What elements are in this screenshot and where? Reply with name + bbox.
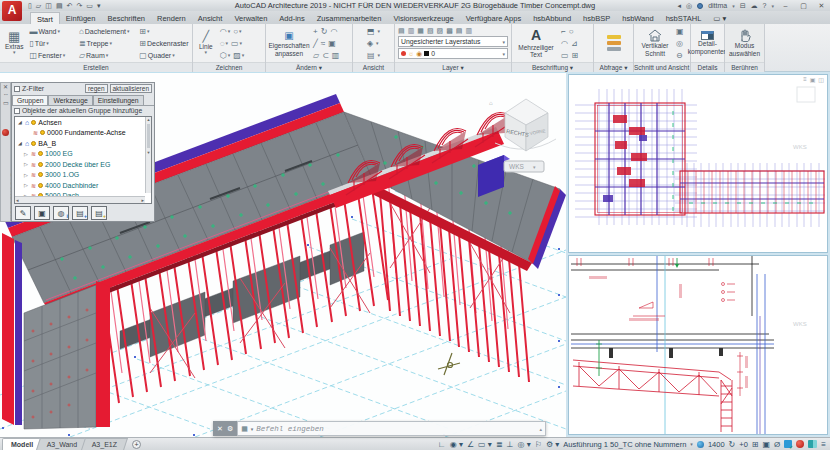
collapse-icon[interactable]: ◢: [17, 140, 23, 146]
snap-settings-icon[interactable]: ◉ ▾: [450, 440, 463, 449]
panel-label-abfrage[interactable]: Abfrage ▾: [594, 62, 633, 72]
autoscale-icon[interactable]: ↻: [729, 440, 736, 449]
tab-ansicht[interactable]: Ansicht: [192, 12, 229, 24]
signed-in-user[interactable]: dittma: [708, 2, 727, 9]
tab-einfuegen[interactable]: Einfügen: [60, 12, 102, 24]
circle-tool-button[interactable]: ○▾: [233, 25, 241, 37]
elevation-value[interactable]: +0: [739, 440, 748, 449]
detail-viewport[interactable]: WKS: [568, 255, 828, 435]
query-tool-3-icon[interactable]: [607, 47, 621, 51]
panel-label-ansicht[interactable]: Ansicht: [353, 62, 394, 72]
palette-title-strip[interactable]: ✕ ⇔ ▭ HSBCONSOLE: [0, 82, 11, 222]
layer-on-icon[interactable]: ▨: [437, 27, 444, 35]
command-close-icon[interactable]: ✕: [217, 425, 223, 433]
table-icon[interactable]: ▭: [561, 51, 569, 60]
linie-button[interactable]: ╱ Linie ▾: [197, 30, 215, 56]
panel-label-layer[interactable]: Layer ▾: [395, 62, 511, 72]
back-arrow-icon[interactable]: ◂: [678, 2, 682, 10]
viewport-style-icon[interactable]: ◫: [818, 76, 824, 83]
panel-label-beschriftung[interactable]: Beschriftung ▾: [512, 62, 593, 72]
palette-close-icon[interactable]: ✕: [3, 83, 8, 90]
layer-isolate-icon[interactable]: ▤: [398, 27, 405, 35]
bulb-icon[interactable]: [40, 130, 45, 135]
new-layout-button[interactable]: +: [132, 440, 141, 449]
palette-tab-werkzeuge[interactable]: Werkzeuge: [48, 95, 92, 105]
layer-dropdown[interactable]: ☼ ◉ 0▾: [398, 48, 508, 59]
tab-addins[interactable]: Add-ins: [273, 12, 310, 24]
panel-label-aendern[interactable]: Ändern ▾: [266, 62, 352, 72]
query-tool-1-icon[interactable]: [607, 35, 621, 39]
otrack-icon[interactable]: ⊥: [507, 440, 514, 449]
extras-button[interactable]: ▦ Extras ▾: [3, 30, 25, 56]
command-expand-icon[interactable]: ▴: [539, 426, 542, 432]
a360-cloud-icon[interactable]: ☁: [751, 2, 758, 10]
search-icon[interactable]: ◎: [686, 2, 692, 10]
fillet-icon[interactable]: ◠: [330, 27, 337, 36]
layer-unisolate-icon[interactable]: ▥: [408, 27, 415, 35]
tab-a3-e1z[interactable]: A3_E1Z: [81, 438, 128, 450]
help-icon[interactable]: ?: [763, 2, 767, 9]
plan-viewport[interactable]: ≡ ▣ ◫: [568, 74, 828, 253]
panel-label-beruehren[interactable]: Berühren: [725, 62, 764, 72]
layer-match-icon[interactable]: ▤: [456, 27, 463, 35]
bulb-icon[interactable]: [31, 141, 36, 146]
model-info-button[interactable]: ◍i: [53, 206, 69, 220]
tag-icon[interactable]: ⊞: [572, 51, 579, 60]
modus-auswaehlen-button[interactable]: Modus auswählen: [725, 29, 764, 56]
offset-icon[interactable]: ⊂: [322, 51, 329, 60]
palette-tab-einstellungen[interactable]: Einstellungen: [93, 95, 144, 105]
tree-item-2000-decke[interactable]: ▷ ≋ 2000 Decke über EG: [15, 159, 151, 170]
tab-overflow-icon[interactable]: ▭ ▾: [707, 12, 732, 24]
panel-label-details[interactable]: Details: [691, 62, 724, 72]
tab-hsbstahl[interactable]: hsbSTAHL: [660, 12, 708, 24]
bulb-icon[interactable]: [38, 162, 43, 167]
section-detail-view[interactable]: WKS: [569, 256, 827, 434]
tab-visionswerkzeuge[interactable]: Visionswerkzeuge: [387, 12, 459, 24]
user-avatar[interactable]: [697, 3, 703, 9]
tree-item-4000-dachbinder[interactable]: ▷ ≋ 4000 Dachbinder: [15, 180, 151, 191]
treppe-button[interactable]: ≣Treppe▾: [79, 37, 135, 49]
expand-icon[interactable]: ▷: [23, 182, 29, 188]
rotate-icon[interactable]: ↻: [321, 27, 328, 36]
layer-off-icon[interactable]: ▧: [427, 27, 434, 35]
eigenschaften-anpassen-button[interactable]: ▣ Eigenschaften anpassen: [268, 29, 310, 56]
cut-plane-value[interactable]: 1400: [708, 440, 725, 449]
view-style-icon[interactable]: ⬒: [367, 27, 375, 36]
tree-item-fundamente[interactable]: ≋ 0000 Fundamente-Achse: [15, 128, 151, 139]
tab-zusammenarbeiten[interactable]: Zusammenarbeiten: [311, 12, 388, 24]
tree-vertical-scrollbar[interactable]: ▲▼: [145, 117, 151, 193]
edit-group-button[interactable]: ✎: [15, 206, 31, 220]
expand-icon[interactable]: ▷: [23, 151, 29, 157]
command-grip[interactable]: ✕ ⚙: [213, 421, 237, 436]
regen-button[interactable]: regen: [85, 84, 108, 93]
zfilter-checkbox[interactable]: [14, 86, 20, 92]
arc-dim-icon[interactable]: ◠: [561, 39, 568, 48]
quader-button[interactable]: ▢Quader▾: [139, 49, 192, 61]
camera-icon[interactable]: ◎: [676, 39, 683, 48]
tree-horizontal-scrollbar[interactable]: ◂▸: [15, 196, 145, 203]
panel-label-erstellen[interactable]: Erstellen: [0, 62, 192, 72]
command-tools-icon[interactable]: ⚙: [227, 425, 233, 433]
ellipse-tool-button[interactable]: ◌▾: [220, 37, 228, 49]
command-dropdown-icon[interactable]: ▾: [251, 426, 254, 432]
tree-item-ba-b[interactable]: ◢ ⌂ BA_B: [15, 138, 151, 149]
add-to-group-checkbox[interactable]: [14, 108, 20, 114]
dimension-icon[interactable]: ⌐: [561, 27, 566, 36]
layer-prev-icon[interactable]: ▥: [465, 27, 472, 35]
tab-beschriften[interactable]: Beschriften: [101, 12, 151, 24]
clean-screen-icon[interactable]: [808, 440, 817, 448]
tab-verfuegbare-apps[interactable]: Verfügbare Apps: [460, 12, 527, 24]
collapse-icon[interactable]: ◢: [17, 119, 23, 125]
selection-cycling-icon[interactable]: ▣: [763, 440, 771, 449]
viewport-menu-icon[interactable]: ≡: [803, 76, 807, 83]
tuer-button[interactable]: ▯Tür▾: [29, 37, 74, 49]
tab-verwalten[interactable]: Verwalten: [228, 12, 273, 24]
command-input[interactable]: ▦ ▾ Befehl eingeben ▴: [237, 421, 546, 436]
tab-hsbwand[interactable]: hsbWand: [616, 12, 659, 24]
bulb-icon[interactable]: [38, 183, 43, 188]
layer-state-dropdown[interactable]: Ungesicherter Layerstatus▾: [398, 36, 508, 47]
rectangle-tool-button[interactable]: ⬡▾: [220, 49, 231, 61]
detailkomponenten-button[interactable]: Detail- komponenten: [686, 31, 729, 54]
bulb-icon[interactable]: [38, 151, 43, 156]
view-preset-icon[interactable]: ◈: [367, 39, 373, 48]
